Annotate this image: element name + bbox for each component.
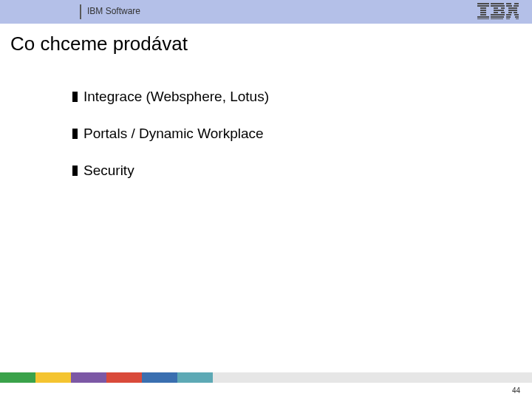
ibm-logo-icon xyxy=(477,3,519,19)
bullet-icon xyxy=(72,129,78,139)
svg-rect-14 xyxy=(501,12,505,13)
svg-rect-32 xyxy=(516,18,519,19)
svg-rect-24 xyxy=(508,10,517,11)
svg-rect-6 xyxy=(477,16,489,18)
list-item: Integrace (Websphere, Lotus) xyxy=(72,89,486,105)
svg-rect-19 xyxy=(514,3,519,4)
list-item: Security xyxy=(72,163,486,179)
stripe-segment xyxy=(213,372,532,383)
svg-rect-20 xyxy=(506,5,512,7)
stripe-segment xyxy=(0,372,35,383)
svg-rect-29 xyxy=(506,16,511,18)
svg-rect-11 xyxy=(501,7,505,9)
header-divider xyxy=(80,4,81,19)
svg-rect-2 xyxy=(480,7,486,9)
svg-rect-9 xyxy=(491,5,505,7)
stripe-segment xyxy=(35,372,71,383)
svg-rect-7 xyxy=(477,18,489,19)
svg-rect-3 xyxy=(480,10,486,11)
svg-rect-5 xyxy=(480,14,486,16)
svg-rect-15 xyxy=(491,14,505,16)
page-title: Co chceme prodávat xyxy=(10,33,188,55)
bullet-text: Security xyxy=(83,163,134,179)
bullet-icon xyxy=(72,166,78,176)
svg-rect-16 xyxy=(491,16,504,18)
svg-rect-12 xyxy=(494,10,504,11)
bullet-text: Integrace (Websphere, Lotus) xyxy=(83,89,269,105)
header-band: IBM Software xyxy=(0,0,532,24)
stripe-segment xyxy=(177,372,213,383)
svg-rect-0 xyxy=(477,3,489,4)
svg-rect-30 xyxy=(515,16,519,18)
stripe-segment xyxy=(142,372,177,383)
svg-rect-10 xyxy=(494,7,498,9)
bullet-list: Integrace (Websphere, Lotus) Portals / D… xyxy=(72,89,486,200)
svg-rect-25 xyxy=(508,12,512,13)
svg-rect-18 xyxy=(506,3,511,4)
svg-rect-17 xyxy=(491,18,503,19)
stripe-segment xyxy=(71,372,106,383)
svg-rect-27 xyxy=(506,14,511,16)
svg-rect-21 xyxy=(514,5,519,7)
svg-rect-13 xyxy=(494,12,498,13)
svg-rect-22 xyxy=(508,7,513,9)
bullet-text: Portals / Dynamic Workplace xyxy=(83,126,264,142)
footer-color-stripe xyxy=(0,372,532,383)
stripe-segment xyxy=(106,372,142,383)
svg-rect-8 xyxy=(491,3,504,4)
svg-rect-28 xyxy=(514,14,519,16)
page-number: 44 xyxy=(512,386,520,395)
svg-rect-23 xyxy=(513,7,517,9)
list-item: Portals / Dynamic Workplace xyxy=(72,126,486,142)
svg-rect-26 xyxy=(514,12,517,13)
svg-rect-31 xyxy=(506,18,510,19)
svg-rect-4 xyxy=(480,12,486,13)
svg-rect-1 xyxy=(477,5,489,7)
bullet-icon xyxy=(72,92,78,102)
header-label: IBM Software xyxy=(87,6,140,16)
